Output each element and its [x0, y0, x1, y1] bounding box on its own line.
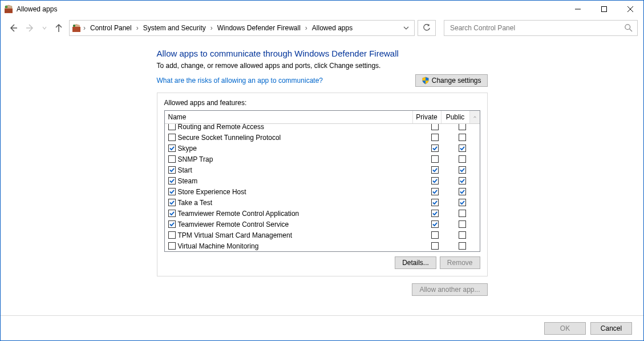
- app-name-label: Skype: [178, 145, 197, 153]
- public-checkbox[interactable]: [459, 166, 466, 174]
- public-checkbox[interactable]: [459, 155, 466, 163]
- public-checkbox[interactable]: [459, 188, 466, 195]
- nav-up-button[interactable]: [52, 21, 66, 35]
- svg-point-5: [6, 6, 7, 7]
- ok-button[interactable]: OK: [544, 322, 586, 335]
- app-enabled-checkbox[interactable]: [168, 145, 176, 152]
- public-checkbox[interactable]: [459, 134, 466, 141]
- private-checkbox[interactable]: [431, 242, 439, 250]
- nav-back-button[interactable]: [6, 21, 20, 35]
- private-checkbox[interactable]: [431, 199, 439, 206]
- svg-rect-6: [602, 7, 607, 12]
- address-dropdown[interactable]: [400, 25, 412, 31]
- app-enabled-checkbox[interactable]: [168, 220, 176, 228]
- search-box[interactable]: [444, 20, 638, 36]
- scroll-gutter-header: [470, 111, 480, 123]
- table-body[interactable]: Routing and Remote AccessSecure Socket T…: [165, 124, 480, 251]
- app-enabled-checkbox[interactable]: [168, 210, 176, 217]
- private-checkbox[interactable]: [431, 210, 439, 217]
- app-enabled-checkbox[interactable]: [168, 166, 176, 174]
- breadcrumb-item[interactable]: Windows Defender Firewall: [215, 23, 303, 33]
- table-row[interactable]: Virtual Machine Monitoring: [165, 240, 480, 251]
- allowed-apps-window: Allowed apps: [0, 0, 644, 341]
- table-header: Name Private Public: [165, 111, 480, 124]
- app-name-label: Teamviewer Remote Control Service: [178, 220, 289, 228]
- table-row[interactable]: Secure Socket Tunneling Protocol: [165, 132, 480, 143]
- public-checkbox[interactable]: [459, 242, 466, 250]
- address-bar[interactable]: › Control Panel › System and Security › …: [69, 20, 415, 36]
- change-settings-button[interactable]: Change settings: [415, 74, 488, 87]
- allow-another-app-button[interactable]: Allow another app...: [412, 283, 487, 296]
- public-checkbox[interactable]: [459, 177, 466, 184]
- table-row[interactable]: Start: [165, 165, 480, 175]
- table-row[interactable]: Take a Test: [165, 197, 480, 208]
- refresh-button[interactable]: [418, 20, 436, 36]
- breadcrumb-item[interactable]: System and Security: [141, 23, 208, 33]
- private-checkbox[interactable]: [431, 220, 439, 228]
- app-enabled-checkbox[interactable]: [168, 155, 176, 163]
- table-row[interactable]: Routing and Remote Access: [165, 124, 480, 132]
- window-title: Allowed apps: [17, 5, 57, 13]
- details-button[interactable]: Details...: [395, 256, 436, 269]
- public-checkbox[interactable]: [459, 220, 466, 228]
- dialog-footer: OK Cancel: [1, 315, 643, 340]
- table-row[interactable]: TPM Virtual Smart Card Management: [165, 230, 480, 240]
- public-checkbox[interactable]: [459, 231, 466, 239]
- risks-link[interactable]: What are the risks of allowing an app to…: [157, 77, 323, 85]
- app-name-label: Virtual Machine Monitoring: [178, 242, 259, 250]
- app-enabled-checkbox[interactable]: [168, 231, 176, 239]
- search-input[interactable]: [449, 23, 625, 33]
- private-checkbox[interactable]: [431, 166, 439, 174]
- content-area: Allow apps to communicate through Window…: [1, 38, 643, 340]
- svg-rect-3: [5, 11, 13, 12]
- private-checkbox[interactable]: [431, 188, 439, 195]
- app-enabled-checkbox[interactable]: [168, 188, 176, 195]
- breadcrumb-item[interactable]: Control Panel: [88, 23, 134, 33]
- page-heading: Allow apps to communicate through Window…: [157, 49, 488, 58]
- private-checkbox[interactable]: [431, 155, 439, 163]
- table-row[interactable]: Skype: [165, 143, 480, 154]
- app-enabled-checkbox[interactable]: [168, 124, 176, 130]
- app-name-label: Take a Test: [178, 199, 212, 207]
- app-enabled-checkbox[interactable]: [168, 242, 176, 250]
- firewall-icon: [72, 23, 81, 33]
- private-checkbox[interactable]: [431, 134, 439, 141]
- svg-point-9: [625, 25, 630, 30]
- app-enabled-checkbox[interactable]: [168, 177, 176, 184]
- column-header-public[interactable]: Public: [442, 111, 470, 123]
- shield-uac-icon: [422, 77, 430, 85]
- app-name-label: Store Experience Host: [178, 188, 246, 196]
- nav-forward-button[interactable]: [23, 21, 37, 35]
- close-button[interactable]: [617, 1, 643, 18]
- chevron-right-icon: ›: [82, 24, 87, 32]
- app-name-label: Teamviewer Remote Control Application: [178, 210, 299, 218]
- public-checkbox[interactable]: [459, 124, 466, 130]
- remove-button[interactable]: Remove: [440, 256, 480, 269]
- public-checkbox[interactable]: [459, 145, 466, 152]
- public-checkbox[interactable]: [459, 199, 466, 206]
- nav-recent-dropdown[interactable]: [40, 21, 48, 35]
- table-row[interactable]: Teamviewer Remote Control Service: [165, 219, 480, 230]
- column-header-private[interactable]: Private: [413, 111, 442, 123]
- private-checkbox[interactable]: [431, 124, 439, 130]
- app-name-label: Secure Socket Tunneling Protocol: [178, 134, 281, 142]
- minimize-button[interactable]: [565, 1, 591, 18]
- table-row[interactable]: SNMP Trap: [165, 154, 480, 165]
- private-checkbox[interactable]: [431, 231, 439, 239]
- chevron-right-icon: ›: [135, 24, 140, 32]
- maximize-button[interactable]: [591, 1, 617, 18]
- arrow-up-icon: [54, 23, 63, 33]
- breadcrumb-item[interactable]: Allowed apps: [310, 23, 355, 33]
- app-enabled-checkbox[interactable]: [168, 199, 176, 206]
- page-subtext: To add, change, or remove allowed apps a…: [157, 62, 488, 70]
- cancel-button[interactable]: Cancel: [590, 322, 632, 335]
- app-enabled-checkbox[interactable]: [168, 134, 176, 141]
- public-checkbox[interactable]: [459, 210, 466, 217]
- table-row[interactable]: Store Experience Host: [165, 186, 480, 197]
- private-checkbox[interactable]: [431, 177, 439, 184]
- private-checkbox[interactable]: [431, 145, 439, 152]
- column-header-name[interactable]: Name: [165, 111, 413, 123]
- table-row[interactable]: Teamviewer Remote Control Application: [165, 208, 480, 219]
- table-row[interactable]: Steam: [165, 175, 480, 186]
- chevron-right-icon: ›: [304, 24, 309, 32]
